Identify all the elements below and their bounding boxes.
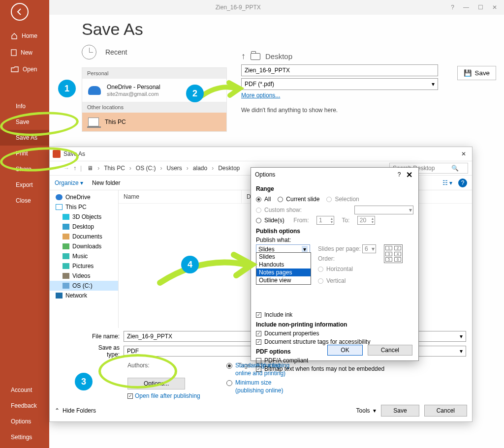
close-icon[interactable]: ✕ [404,170,414,179]
more-options-link[interactable]: More options... [241,92,280,99]
view-button[interactable]: ☷ ▾ [442,179,452,186]
nav-this-pc[interactable]: This PC [50,202,118,212]
folder-icon [251,53,260,60]
app-icon [53,150,61,158]
to-spinner[interactable]: 20▴▾ [357,216,375,225]
breadcrumb[interactable]: 🖥 ›This PC ›OS (C:) ›Users ›alado ›Deskt… [86,164,241,173]
drive-icon [63,283,69,289]
authors-label: Authors: [127,362,150,369]
nav-downloads[interactable]: Downloads [50,241,118,251]
filetype-combo[interactable]: PDF (*.pdf) ▾ [241,78,438,90]
nav-onedrive[interactable]: OneDrive [50,192,118,202]
step-badge-2: 2 [186,85,204,102]
help-icon[interactable]: ? [458,179,467,187]
organize-menu[interactable]: Organize ▾ [55,179,83,186]
checkbox-icon [127,393,133,399]
chevron-down-icon: ▾ [432,81,435,88]
label: Home [22,32,37,39]
publish-what-dropdown[interactable]: Slides Handouts Notes pages Outline view [256,252,311,285]
nav-3d-objects[interactable]: 3D Objects [50,212,118,222]
option-handouts[interactable]: Handouts [256,261,311,269]
minimize-icon[interactable]: — [463,4,469,11]
sidebar-new[interactable]: New [0,44,49,61]
save-button[interactable]: Save [381,405,419,417]
nav-network[interactable]: Network [50,291,118,300]
sidebar-account[interactable]: Account [0,382,49,398]
include-ink[interactable]: Include ink [256,311,413,318]
fwd-nav[interactable]: → [63,165,69,172]
col-name[interactable]: Name [119,190,242,203]
filename-input[interactable]: Zien_16-9_PPTX [241,64,438,76]
close-icon[interactable]: ✕ [492,4,497,11]
options-dialog: Options ? ✕ Range All Current slide Sele… [251,167,419,361]
savetype-label: Save as type: [84,344,124,358]
cancel-button[interactable]: Cancel [368,345,412,356]
sidebar-feedback[interactable]: Feedback [0,398,49,414]
range-slides[interactable]: Slide(s) From: 1▴▾ To: 20▴▾ [256,216,413,225]
ok-button[interactable]: OK [327,345,362,356]
up-arrow-icon[interactable]: ↑ [241,51,246,61]
range-current[interactable]: Current slide [278,196,319,203]
option-slides[interactable]: Slides [256,253,311,261]
sidebar-share[interactable]: Share [0,161,49,177]
sidebar-home[interactable]: Home [0,28,49,44]
nav-os-c-[interactable]: OS (C:) [50,281,118,291]
search-icon: 🔍 [451,165,459,172]
cloud-icon [88,86,101,95]
back-nav[interactable]: ← [54,165,60,172]
sidebar-close[interactable]: Close [0,193,49,209]
newfolder-button[interactable]: New folder [92,179,120,186]
cancel-button[interactable]: Cancel [424,405,467,417]
sidebar-options[interactable]: Options [0,414,49,429]
from-spinner[interactable]: 1▴▾ [316,216,334,225]
onedrive-label: OneDrive - Personal [107,84,160,90]
up-nav[interactable]: ↑ [73,165,76,172]
nav-videos[interactable]: Videos [50,271,118,281]
filetype-value: PDF (*.pdf) [245,81,274,88]
sidebar-save[interactable]: Save [0,114,49,130]
tools-menu[interactable]: Tools ▾ [356,407,377,414]
sidebar-saveas[interactable]: Save As [0,130,49,146]
nav-music[interactable]: Music [50,251,118,261]
onedrive-row[interactable]: OneDrive - Personal site2max@gmail.com [82,79,226,102]
help-icon[interactable]: ? [451,4,454,11]
doc-tags[interactable]: Document structure tags for accessibilit… [256,338,413,345]
nav-documents[interactable]: Documents [50,232,118,241]
option-outline[interactable]: Outline view [256,276,311,284]
sidebar-export[interactable]: Export [0,177,49,193]
sidebar-info[interactable]: Info [0,98,49,114]
close-icon[interactable]: ✕ [458,150,469,157]
dialog-title: Save As [63,150,85,157]
bitmap-text[interactable]: Bitmap text when fonts may not be embedd… [256,365,413,372]
doc-properties[interactable]: Document properties [256,330,413,337]
order-horizontal: Horizontal [318,266,376,272]
order-vertical: Vertical [318,277,376,284]
sidebar-open[interactable]: Open [0,61,49,78]
options-button[interactable]: Options... [127,378,185,389]
empty-message: We didn't find anything to show here. [241,107,499,114]
help-icon[interactable]: ? [398,171,401,178]
range-all[interactable]: All [256,196,271,203]
save-button[interactable]: 💾 Save [457,66,496,80]
hide-folders[interactable]: ⌃Hide Folders [55,407,96,414]
page-title: Save As [82,20,504,39]
thispc-row[interactable]: This PC [82,113,226,131]
option-notes[interactable]: Notes pages [256,269,311,276]
music-icon [63,253,69,259]
opt-minimum[interactable]: Minimum size (publishing online) [226,379,299,394]
save-target-pane: ↑ Desktop Zien_16-9_PPTX PDF (*.pdf) ▾ M… [241,51,499,114]
publish-what-label: Publish what: [256,237,413,243]
sidebar-settings[interactable]: Settings [0,429,49,445]
folder-name: Desktop [265,52,292,60]
nav-desktop[interactable]: Desktop [50,222,118,232]
pdfa-compliant[interactable]: PDF/A compliant [256,357,413,364]
layout-preview-icon: 12 34 56 [384,244,403,263]
back-button[interactable] [11,3,29,21]
slides-per-combo: 6▾ [362,244,376,253]
sidebar-print[interactable]: Print [0,146,49,161]
nav-pictures[interactable]: Pictures [50,261,118,271]
maximize-icon[interactable]: ☐ [478,4,483,11]
radio-icon [226,380,232,386]
step-badge-1: 1 [58,80,76,97]
custom-combo: ▾ [354,206,413,214]
